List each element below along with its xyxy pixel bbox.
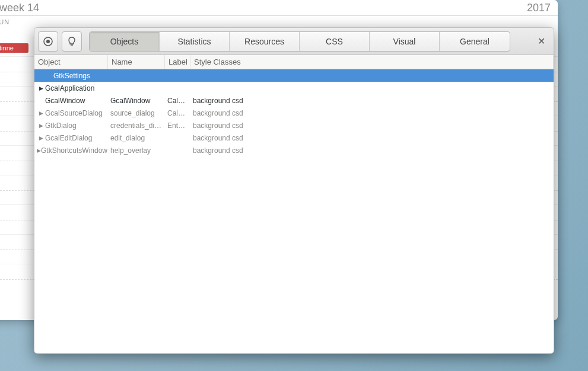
calendar-week-label: week 14	[0, 2, 527, 14]
tree-cell-object: ▶GtkSettings	[34, 72, 108, 80]
tree-cell-object-text: GcalApplication	[45, 84, 94, 92]
tree-cell-name: edit_dialog	[108, 134, 165, 142]
lightbulb-icon	[66, 36, 77, 47]
tree-cell-style: background csd	[190, 146, 554, 155]
calendar-header: ril week 14 2017	[0, 0, 558, 15]
calendar-year: 2017	[527, 2, 551, 14]
expand-arrow-icon[interactable]: ▶	[37, 110, 45, 116]
tree-cell-object: ▶GcalApplication	[34, 84, 108, 92]
inspector-header: Objects Statistics Resources CSS Visual …	[34, 28, 554, 55]
tree-row[interactable]: ▶GtkSettings	[34, 69, 554, 82]
tree-cell-name: credentials_dialog	[108, 121, 165, 130]
tree-row[interactable]: ▶GcalEditDialogedit_dialogbackground csd	[34, 132, 554, 144]
tree-cell-object: ▶GcalSourceDialog	[34, 109, 108, 117]
column-header-name[interactable]: Name	[108, 55, 165, 69]
tree-cell-style: background csd	[190, 121, 554, 130]
tree-cell-style: background csd	[190, 97, 554, 105]
target-picker-button[interactable]	[38, 31, 58, 52]
tab-statistics[interactable]: Statistics	[160, 32, 230, 51]
tree-row[interactable]: ▶GcalSourceDialogsource_dialogCalen…back…	[34, 107, 554, 119]
calendar-day-short: SUN	[0, 16, 558, 25]
expand-arrow-icon[interactable]: ▶	[37, 148, 41, 153]
expand-arrow-icon[interactable]: ▶	[37, 85, 45, 91]
tree-cell-style: background csd	[190, 134, 554, 142]
inspector-window: Objects Statistics Resources CSS Visual …	[34, 27, 554, 354]
tree-cell-object-text: GcalWindow	[45, 97, 85, 105]
target-icon	[43, 36, 53, 47]
column-header-style[interactable]: Style Classes	[190, 55, 554, 69]
tree-cell-name: source_dialog	[108, 109, 165, 117]
tab-resources[interactable]: Resources	[230, 32, 300, 51]
tree-cell-object: ▶GcalEditDialog	[34, 134, 108, 142]
tree-column-headers: Object Name Label Style Classes	[34, 55, 554, 69]
tree-cell-object-text: GcalEditDialog	[45, 134, 92, 142]
tree-row[interactable]: ▶GcalApplication	[34, 82, 554, 94]
tree-cell-object: ▶GtkShortcutsWindow	[34, 146, 108, 155]
tree-row[interactable]: ▶GcalWindowGcalWindowCalen…background cs…	[34, 94, 554, 107]
tree-cell-object-text: GtkSettings	[53, 72, 90, 80]
tree-cell-name: help_overlay	[108, 146, 165, 155]
tree-cell-object-text: GcalSourceDialog	[45, 109, 103, 117]
calendar-event[interactable]: dinne	[0, 43, 28, 53]
tree-cell-object: ▶GcalWindow	[34, 97, 108, 105]
tab-visual[interactable]: Visual	[370, 32, 440, 51]
tree-row[interactable]: ▶GtkDialogcredentials_dialogEnter …backg…	[34, 119, 554, 132]
inspector-tabbar: Objects Statistics Resources CSS Visual …	[89, 31, 510, 52]
tab-general[interactable]: General	[440, 32, 510, 51]
tree-cell-label: Calen…	[165, 109, 190, 117]
tree-cell-label: Calen…	[165, 97, 190, 105]
column-header-label[interactable]: Label	[165, 55, 190, 69]
tree-row[interactable]: ▶GtkShortcutsWindowhelp_overlaybackgroun…	[34, 144, 554, 156]
tree-cell-object: ▶GtkDialog	[34, 121, 108, 130]
tree-cell-name: GcalWindow	[108, 97, 165, 105]
column-header-object[interactable]: Object	[34, 55, 108, 69]
tree-cell-object-text: GtkDialog	[45, 121, 77, 130]
close-button[interactable]: ✕	[532, 31, 550, 52]
tree-cell-style: background csd	[190, 109, 554, 117]
close-icon: ✕	[538, 36, 545, 47]
flash-button[interactable]	[62, 31, 82, 52]
object-tree[interactable]: ▶GtkSettings▶GcalApplication▶GcalWindowG…	[34, 69, 554, 353]
svg-point-1	[46, 40, 50, 43]
tree-cell-label: Enter …	[165, 121, 190, 130]
tree-cell-object-text: GtkShortcutsWindow	[41, 146, 107, 155]
tab-css[interactable]: CSS	[300, 32, 370, 51]
expand-arrow-icon[interactable]: ▶	[37, 135, 45, 141]
tab-objects[interactable]: Objects	[90, 32, 160, 51]
expand-arrow-icon[interactable]: ▶	[37, 123, 45, 129]
